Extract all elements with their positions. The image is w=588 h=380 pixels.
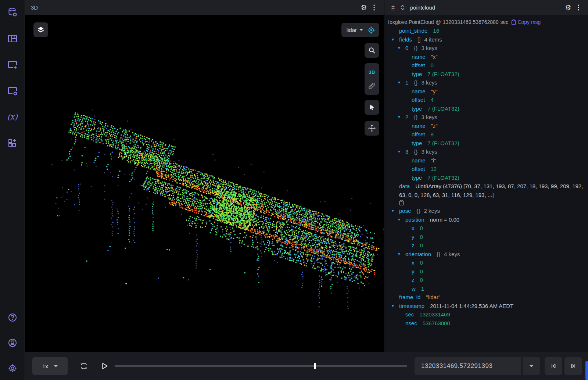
panel-row: 3D ⚙ ⋮ lidar	[25, 0, 588, 352]
timestamp-format-button[interactable]	[523, 357, 540, 375]
expander-icon[interactable]: ▼	[397, 250, 401, 259]
tree-row: y0	[384, 233, 584, 241]
sidebar-item-settings[interactable]	[4, 359, 21, 377]
tree-row: type7 (FLOAT32)	[384, 139, 584, 148]
tree-key: name	[412, 88, 426, 94]
tree-key: point_stride	[399, 28, 428, 34]
timeline-slider[interactable]	[115, 358, 407, 374]
3d-panel-settings-button[interactable]: ⚙	[359, 2, 369, 12]
timeline-playhead[interactable]	[314, 363, 316, 369]
copy-data-button[interactable]	[399, 199, 584, 207]
play-button[interactable]	[96, 358, 112, 374]
skip-forward-icon	[569, 362, 578, 370]
more-vertical-icon: ⋮	[575, 4, 582, 11]
sidebar-item-add-panel[interactable]	[4, 56, 21, 74]
expand-collapse-icon[interactable]	[400, 4, 405, 11]
tree-row: point_stride16	[384, 26, 584, 35]
tree-value: 1	[421, 286, 424, 292]
tree-value: 8	[430, 131, 433, 137]
tree-row: y0	[384, 267, 584, 276]
tree-key: 0	[405, 45, 408, 51]
help-icon	[7, 312, 18, 323]
play-icon	[99, 361, 110, 371]
expander-icon[interactable]: ▼	[397, 147, 401, 156]
tree-value: 7 (FLOAT32)	[427, 105, 459, 112]
3d-mode-button[interactable]: 3D	[365, 66, 379, 79]
frame-target-icon[interactable]	[367, 26, 376, 35]
raw-panel-menu-button[interactable]: ⋮	[573, 2, 584, 12]
tree-row: sec1320331469	[384, 310, 584, 319]
tree-value: 4	[430, 97, 433, 103]
pointcloud-canvas[interactable]	[25, 15, 384, 352]
3d-panel-header: 3D ⚙ ⋮	[25, 0, 384, 15]
sidebar-item-layouts[interactable]	[4, 30, 21, 47]
loop-button[interactable]	[76, 358, 92, 374]
expander-icon[interactable]: ▼	[391, 302, 395, 311]
raw-messages-panel: ± pointcloud ⚙ ⋮ foxglove.PointCloud	[384, 0, 588, 352]
expander-icon[interactable]: ▼	[397, 44, 401, 53]
layers-button[interactable]	[33, 22, 48, 37]
raw-messages-content: foxglove.PointCloud @ 1320331469.5367628…	[384, 15, 588, 352]
current-timestamp-field[interactable]: 1320331469.572291393	[415, 357, 521, 375]
tree-row: ▼3{}3 keys	[384, 147, 584, 156]
account-icon	[7, 337, 18, 348]
raw-panel-settings-button[interactable]: ⚙	[563, 2, 573, 12]
tree-key: name	[412, 157, 426, 164]
search-button[interactable]	[365, 43, 379, 58]
tree-row: ▼2{}3 keys	[384, 113, 584, 122]
pan-tool-button[interactable]	[365, 121, 379, 136]
tree-value: "lidar"	[426, 294, 440, 300]
message-at: @	[436, 19, 441, 25]
chevron-down-icon	[359, 29, 363, 31]
tree-value: 0	[430, 62, 433, 68]
tree-key: type	[412, 140, 422, 146]
next-frame-button[interactable]	[564, 357, 582, 375]
tree-key: z	[412, 242, 415, 248]
previous-frame-button[interactable]	[545, 357, 562, 375]
tree-value: 7 (FLOAT32)	[427, 140, 459, 146]
sidebar-item-help[interactable]	[4, 309, 21, 326]
expander-icon[interactable]: ▼	[391, 207, 395, 215]
sidebar-item-panel-settings[interactable]	[4, 82, 21, 100]
expander-icon[interactable]: ▼	[391, 35, 395, 44]
tree-meta: 4 items	[424, 36, 442, 43]
view-mode-group: 3D	[365, 63, 379, 95]
sidebar-item-variables[interactable]: (x)	[4, 108, 21, 126]
diff-icon[interactable]: ±	[391, 4, 395, 11]
gear-icon	[7, 363, 18, 374]
edge-accent	[585, 361, 588, 380]
expander-icon[interactable]: ▼	[397, 215, 401, 224]
tree-key: x	[412, 259, 415, 266]
type-badge: {}	[417, 208, 420, 214]
sidebar-item-data-source[interactable]	[4, 4, 21, 21]
timeline-track[interactable]	[115, 365, 407, 367]
tree-key: w	[412, 286, 416, 292]
frame-selector[interactable]: lidar	[341, 23, 379, 37]
main-area: 3D ⚙ ⋮ lidar	[25, 0, 588, 380]
tree-row: x0	[384, 258, 584, 267]
tree-key: fields	[399, 36, 412, 43]
tree-value: 536763000	[423, 320, 450, 326]
sidebar-item-extensions[interactable]	[4, 134, 21, 152]
tree-row: name"z"	[384, 122, 584, 130]
chevron-down-icon	[530, 365, 533, 367]
tree-key: name	[412, 54, 426, 60]
tree-key: 2	[405, 114, 408, 120]
tree-row: name"i"	[384, 156, 584, 165]
message-receive-time: 1320331469.536762880	[443, 19, 499, 25]
playback-speed-button[interactable]: 1x	[32, 357, 68, 375]
measure-button[interactable]	[365, 80, 379, 92]
3d-panel-menu-button[interactable]: ⋮	[369, 2, 379, 12]
select-tool-button[interactable]	[365, 100, 379, 115]
expander-icon[interactable]: ▼	[397, 78, 401, 87]
tree-meta: 2 keys	[424, 208, 440, 214]
tree-row: type7 (FLOAT32)	[384, 70, 584, 79]
tree-key: sec	[405, 311, 414, 318]
panel-gear-icon	[7, 85, 18, 97]
sidebar-item-account[interactable]	[4, 334, 21, 352]
3d-viewport[interactable]: lidar	[25, 15, 384, 352]
tree-meta: 3 keys	[421, 114, 437, 120]
expander-icon[interactable]: ▼	[397, 113, 401, 122]
type-badge: {}	[414, 114, 417, 120]
copy-message-button[interactable]: Copy msg	[508, 19, 541, 25]
